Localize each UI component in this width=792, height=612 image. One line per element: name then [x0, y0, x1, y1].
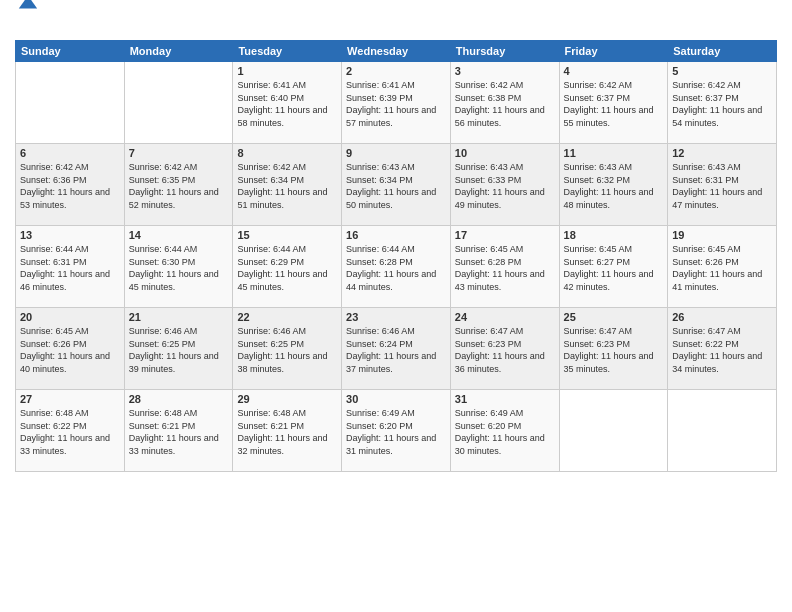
week-row-2: 6Sunrise: 6:42 AMSunset: 6:36 PMDaylight… [16, 144, 777, 226]
calendar-cell: 3Sunrise: 6:42 AMSunset: 6:38 PMDaylight… [450, 62, 559, 144]
day-info: Sunrise: 6:43 AMSunset: 6:32 PMDaylight:… [564, 161, 664, 211]
day-number: 29 [237, 393, 337, 405]
calendar-cell: 14Sunrise: 6:44 AMSunset: 6:30 PMDayligh… [124, 226, 233, 308]
weekday-header-sunday: Sunday [16, 41, 125, 62]
day-number: 2 [346, 65, 446, 77]
day-number: 20 [20, 311, 120, 323]
calendar-cell: 27Sunrise: 6:48 AMSunset: 6:22 PMDayligh… [16, 390, 125, 472]
day-info: Sunrise: 6:48 AMSunset: 6:21 PMDaylight:… [237, 407, 337, 457]
day-number: 7 [129, 147, 229, 159]
day-info: Sunrise: 6:45 AMSunset: 6:26 PMDaylight:… [20, 325, 120, 375]
day-info: Sunrise: 6:44 AMSunset: 6:30 PMDaylight:… [129, 243, 229, 293]
calendar-cell: 19Sunrise: 6:45 AMSunset: 6:26 PMDayligh… [668, 226, 777, 308]
calendar-cell: 11Sunrise: 6:43 AMSunset: 6:32 PMDayligh… [559, 144, 668, 226]
day-info: Sunrise: 6:48 AMSunset: 6:22 PMDaylight:… [20, 407, 120, 457]
week-row-1: 1Sunrise: 6:41 AMSunset: 6:40 PMDaylight… [16, 62, 777, 144]
calendar-cell: 29Sunrise: 6:48 AMSunset: 6:21 PMDayligh… [233, 390, 342, 472]
day-number: 17 [455, 229, 555, 241]
day-number: 12 [672, 147, 772, 159]
calendar-cell: 15Sunrise: 6:44 AMSunset: 6:29 PMDayligh… [233, 226, 342, 308]
calendar-table: SundayMondayTuesdayWednesdayThursdayFrid… [15, 40, 777, 472]
calendar-cell: 18Sunrise: 6:45 AMSunset: 6:27 PMDayligh… [559, 226, 668, 308]
day-info: Sunrise: 6:41 AMSunset: 6:40 PMDaylight:… [237, 79, 337, 129]
day-info: Sunrise: 6:42 AMSunset: 6:37 PMDaylight:… [564, 79, 664, 129]
day-number: 11 [564, 147, 664, 159]
day-info: Sunrise: 6:45 AMSunset: 6:28 PMDaylight:… [455, 243, 555, 293]
day-number: 30 [346, 393, 446, 405]
calendar-cell: 30Sunrise: 6:49 AMSunset: 6:20 PMDayligh… [342, 390, 451, 472]
day-info: Sunrise: 6:44 AMSunset: 6:29 PMDaylight:… [237, 243, 337, 293]
logo [15, 14, 39, 32]
calendar-cell: 21Sunrise: 6:46 AMSunset: 6:25 PMDayligh… [124, 308, 233, 390]
day-info: Sunrise: 6:45 AMSunset: 6:27 PMDaylight:… [564, 243, 664, 293]
logo-icon [17, 0, 39, 14]
weekday-header-saturday: Saturday [668, 41, 777, 62]
calendar-cell: 1Sunrise: 6:41 AMSunset: 6:40 PMDaylight… [233, 62, 342, 144]
day-number: 6 [20, 147, 120, 159]
day-number: 10 [455, 147, 555, 159]
page: SundayMondayTuesdayWednesdayThursdayFrid… [0, 0, 792, 612]
day-info: Sunrise: 6:44 AMSunset: 6:28 PMDaylight:… [346, 243, 446, 293]
day-info: Sunrise: 6:47 AMSunset: 6:23 PMDaylight:… [455, 325, 555, 375]
day-number: 31 [455, 393, 555, 405]
week-row-3: 13Sunrise: 6:44 AMSunset: 6:31 PMDayligh… [16, 226, 777, 308]
day-number: 1 [237, 65, 337, 77]
day-info: Sunrise: 6:47 AMSunset: 6:22 PMDaylight:… [672, 325, 772, 375]
weekday-header-tuesday: Tuesday [233, 41, 342, 62]
weekday-header-row: SundayMondayTuesdayWednesdayThursdayFrid… [16, 41, 777, 62]
calendar-cell: 31Sunrise: 6:49 AMSunset: 6:20 PMDayligh… [450, 390, 559, 472]
day-info: Sunrise: 6:45 AMSunset: 6:26 PMDaylight:… [672, 243, 772, 293]
day-number: 16 [346, 229, 446, 241]
day-number: 26 [672, 311, 772, 323]
day-info: Sunrise: 6:43 AMSunset: 6:31 PMDaylight:… [672, 161, 772, 211]
day-info: Sunrise: 6:43 AMSunset: 6:34 PMDaylight:… [346, 161, 446, 211]
calendar-cell: 26Sunrise: 6:47 AMSunset: 6:22 PMDayligh… [668, 308, 777, 390]
day-info: Sunrise: 6:41 AMSunset: 6:39 PMDaylight:… [346, 79, 446, 129]
calendar-cell: 24Sunrise: 6:47 AMSunset: 6:23 PMDayligh… [450, 308, 559, 390]
day-number: 22 [237, 311, 337, 323]
calendar-cell: 25Sunrise: 6:47 AMSunset: 6:23 PMDayligh… [559, 308, 668, 390]
calendar-cell: 6Sunrise: 6:42 AMSunset: 6:36 PMDaylight… [16, 144, 125, 226]
day-info: Sunrise: 6:48 AMSunset: 6:21 PMDaylight:… [129, 407, 229, 457]
day-info: Sunrise: 6:44 AMSunset: 6:31 PMDaylight:… [20, 243, 120, 293]
calendar-cell: 12Sunrise: 6:43 AMSunset: 6:31 PMDayligh… [668, 144, 777, 226]
calendar-cell [124, 62, 233, 144]
calendar-cell: 13Sunrise: 6:44 AMSunset: 6:31 PMDayligh… [16, 226, 125, 308]
day-info: Sunrise: 6:42 AMSunset: 6:38 PMDaylight:… [455, 79, 555, 129]
day-number: 21 [129, 311, 229, 323]
day-info: Sunrise: 6:46 AMSunset: 6:25 PMDaylight:… [237, 325, 337, 375]
day-number: 8 [237, 147, 337, 159]
day-number: 25 [564, 311, 664, 323]
day-number: 13 [20, 229, 120, 241]
weekday-header-friday: Friday [559, 41, 668, 62]
calendar-cell: 22Sunrise: 6:46 AMSunset: 6:25 PMDayligh… [233, 308, 342, 390]
day-info: Sunrise: 6:47 AMSunset: 6:23 PMDaylight:… [564, 325, 664, 375]
day-number: 27 [20, 393, 120, 405]
day-info: Sunrise: 6:42 AMSunset: 6:37 PMDaylight:… [672, 79, 772, 129]
weekday-header-monday: Monday [124, 41, 233, 62]
calendar-cell: 28Sunrise: 6:48 AMSunset: 6:21 PMDayligh… [124, 390, 233, 472]
day-number: 5 [672, 65, 772, 77]
day-info: Sunrise: 6:46 AMSunset: 6:25 PMDaylight:… [129, 325, 229, 375]
day-info: Sunrise: 6:43 AMSunset: 6:33 PMDaylight:… [455, 161, 555, 211]
calendar-cell: 16Sunrise: 6:44 AMSunset: 6:28 PMDayligh… [342, 226, 451, 308]
day-number: 19 [672, 229, 772, 241]
day-info: Sunrise: 6:49 AMSunset: 6:20 PMDaylight:… [455, 407, 555, 457]
day-number: 18 [564, 229, 664, 241]
calendar-cell: 20Sunrise: 6:45 AMSunset: 6:26 PMDayligh… [16, 308, 125, 390]
calendar-cell: 23Sunrise: 6:46 AMSunset: 6:24 PMDayligh… [342, 308, 451, 390]
week-row-4: 20Sunrise: 6:45 AMSunset: 6:26 PMDayligh… [16, 308, 777, 390]
calendar-cell [16, 62, 125, 144]
calendar-cell [559, 390, 668, 472]
day-number: 14 [129, 229, 229, 241]
day-number: 24 [455, 311, 555, 323]
day-info: Sunrise: 6:42 AMSunset: 6:36 PMDaylight:… [20, 161, 120, 211]
day-number: 9 [346, 147, 446, 159]
calendar-cell: 10Sunrise: 6:43 AMSunset: 6:33 PMDayligh… [450, 144, 559, 226]
calendar-cell: 9Sunrise: 6:43 AMSunset: 6:34 PMDaylight… [342, 144, 451, 226]
weekday-header-wednesday: Wednesday [342, 41, 451, 62]
day-info: Sunrise: 6:42 AMSunset: 6:34 PMDaylight:… [237, 161, 337, 211]
day-info: Sunrise: 6:49 AMSunset: 6:20 PMDaylight:… [346, 407, 446, 457]
calendar-cell: 5Sunrise: 6:42 AMSunset: 6:37 PMDaylight… [668, 62, 777, 144]
calendar-cell: 4Sunrise: 6:42 AMSunset: 6:37 PMDaylight… [559, 62, 668, 144]
